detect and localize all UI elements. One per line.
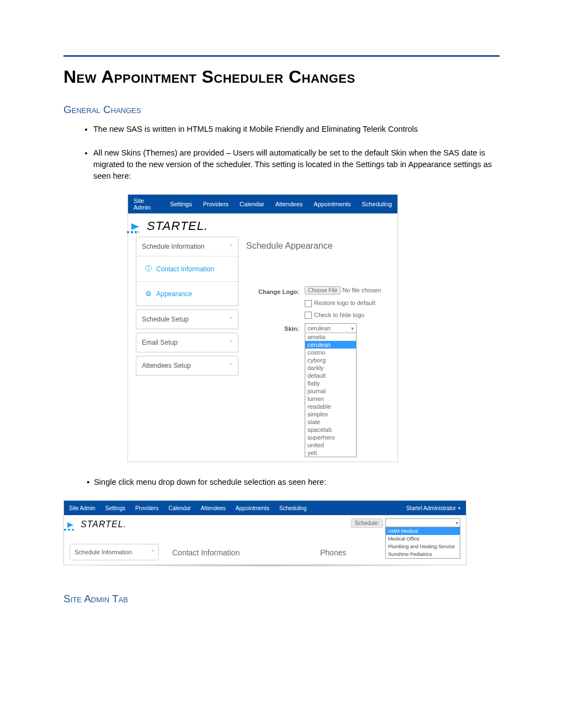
- schedule-option[interactable]: AMM Medical: [386, 527, 460, 535]
- nav2-appointments[interactable]: Appointments: [231, 505, 274, 511]
- nav2-scheduling[interactable]: Scheduling: [274, 505, 311, 511]
- nav-site-admin[interactable]: Site Admin: [128, 195, 164, 213]
- schedule-appearance-heading: Schedule Appearance: [246, 237, 395, 256]
- appearance-item[interactable]: ⚙ Appearance: [136, 281, 238, 306]
- startel-logo: STARTEL.: [141, 219, 208, 233]
- skin-option[interactable]: yeti: [305, 449, 356, 457]
- skin-option[interactable]: flatly: [305, 379, 356, 387]
- nav2-site-admin[interactable]: Site Admin: [64, 505, 100, 511]
- skin-label: Skin:: [246, 323, 299, 332]
- user-name: Startel Administrator: [406, 505, 456, 511]
- nav-providers[interactable]: Providers: [198, 195, 234, 213]
- page-title: New Appointment Scheduler Changes: [63, 67, 500, 87]
- skin-option[interactable]: default: [305, 372, 356, 379]
- nav2-calendar[interactable]: Calendar: [163, 505, 196, 511]
- screenshot-schedule-dropdown: Site Admin Settings Providers Calendar A…: [63, 500, 466, 565]
- nav-settings[interactable]: Settings: [164, 195, 198, 213]
- skin-option[interactable]: slate: [305, 418, 356, 426]
- gear-icon: ⚙: [145, 290, 152, 298]
- skin-option[interactable]: superhero: [305, 433, 356, 441]
- skin-option[interactable]: spacelab: [305, 426, 356, 433]
- no-file-chosen: No file chosen: [342, 287, 381, 293]
- nav2-providers[interactable]: Providers: [130, 505, 163, 511]
- panel-attendees-setup[interactable]: Attendees Setup˅: [136, 356, 238, 376]
- panel2-schedule-info[interactable]: Schedule Information˄: [70, 544, 159, 560]
- skin-option[interactable]: cyborg: [305, 356, 356, 364]
- restore-logo-label: Restore logo to default: [314, 299, 375, 306]
- chevron-down-icon: ˅: [230, 340, 232, 346]
- schedule-info-label-2: Schedule Information: [75, 549, 132, 555]
- contact-info-heading: Contact Information: [172, 548, 240, 557]
- skin-dropdown[interactable]: cerulean▾ amelia cerulean cosmo cyborg d…: [305, 323, 357, 457]
- appearance-label: Appearance: [156, 290, 192, 298]
- hide-logo-checkbox[interactable]: [305, 312, 312, 319]
- contact-info-item[interactable]: ⓘ Contact Information: [136, 256, 238, 281]
- nav-attendees[interactable]: Attendees: [270, 195, 309, 213]
- nav-calendar[interactable]: Calendar: [234, 195, 270, 213]
- restore-logo-checkbox[interactable]: [305, 300, 312, 307]
- schedule-option[interactable]: Medical Office: [386, 535, 460, 543]
- nav-scheduling[interactable]: Scheduling: [357, 195, 397, 213]
- caret-down-icon: ▾: [458, 506, 460, 511]
- schedule-option[interactable]: Sunshine Pediatrics: [386, 550, 460, 558]
- panel-schedule-info[interactable]: Schedule Information˄ ⓘ Contact Informat…: [136, 237, 238, 306]
- email-setup-label: Email Setup: [142, 339, 178, 346]
- skin-option[interactable]: readable: [305, 403, 356, 410]
- section-general: General Changes: [63, 104, 500, 116]
- navbar-1: Site Admin Settings Providers Calendar A…: [128, 195, 397, 213]
- nav-appointments[interactable]: Appointments: [308, 195, 356, 213]
- skin-option[interactable]: amelia: [305, 333, 356, 341]
- hide-logo-label: Check to hide logo: [314, 312, 364, 318]
- info-icon: ⓘ: [145, 264, 152, 274]
- chevron-down-icon: ˅: [230, 363, 232, 369]
- chevron-up-icon: ˄: [230, 244, 232, 250]
- bullet-2: All new Skins (Themes) are provided – Us…: [93, 147, 500, 182]
- caret-down-icon: ▾: [351, 325, 354, 331]
- skin-option[interactable]: united: [305, 441, 356, 449]
- user-menu[interactable]: Startel Administrator▾: [406, 505, 466, 511]
- change-logo-label: Change Logo:: [246, 286, 299, 295]
- skin-selected: cerulean: [307, 325, 331, 331]
- choose-file-button[interactable]: Choose File: [305, 286, 341, 295]
- panel-email-setup[interactable]: Email Setup˅: [136, 333, 238, 352]
- navbar-2: Site Admin Settings Providers Calendar A…: [64, 501, 466, 515]
- schedule-label: Schedule:: [351, 518, 383, 528]
- contact-info-label: Contact Information: [156, 265, 214, 273]
- skin-option[interactable]: darkly: [305, 364, 356, 372]
- section-site-admin: Site Admin Tab: [63, 593, 500, 605]
- panel-schedule-setup[interactable]: Schedule Setup˅: [136, 309, 238, 329]
- schedule-option[interactable]: Plumbing and Heating Service: [386, 543, 460, 550]
- skin-option[interactable]: lumen: [305, 395, 356, 403]
- schedule-setup-label: Schedule Setup: [142, 315, 189, 323]
- bullet-3: ▪ Single click menu drop down for schedu…: [93, 477, 500, 488]
- schedule-info-label: Schedule Information: [142, 243, 204, 250]
- nav2-attendees[interactable]: Attendees: [196, 505, 231, 511]
- phones-heading: Phones: [320, 548, 346, 557]
- screenshot-appearance: Site Admin Settings Providers Calendar A…: [128, 194, 398, 462]
- chevron-down-icon: ˅: [230, 317, 232, 323]
- startel-logo-2: STARTEL.: [75, 520, 126, 529]
- attendees-setup-label: Attendees Setup: [142, 362, 191, 370]
- top-rule: [63, 55, 500, 57]
- bullet-1: The new SAS is written in HTML5 making i…: [93, 124, 500, 135]
- nav2-settings[interactable]: Settings: [100, 505, 130, 511]
- caret-down-icon: ▾: [456, 521, 458, 526]
- skin-option[interactable]: cerulean: [305, 341, 356, 349]
- skin-option[interactable]: cosmo: [305, 349, 356, 356]
- chevron-up-icon: ˄: [151, 549, 154, 555]
- skin-option-list: amelia cerulean cosmo cyborg darkly defa…: [305, 333, 356, 457]
- schedule-dropdown[interactable]: ▾ AMM Medical Medical Office Plumbing an…: [385, 518, 460, 559]
- skin-option[interactable]: simplex: [305, 410, 356, 418]
- skin-option[interactable]: journal: [305, 387, 356, 395]
- bottom-shadow: [70, 564, 460, 567]
